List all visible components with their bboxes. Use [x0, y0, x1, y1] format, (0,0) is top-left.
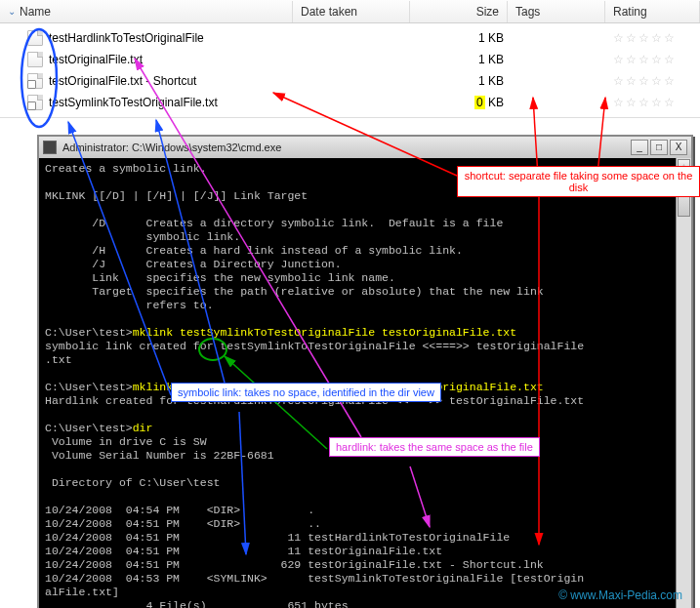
cmd-icon: [43, 141, 57, 154]
sort-chevron-icon: ⌄: [8, 6, 16, 17]
annotation-hardlink: hardlink: takes the same space as the fi…: [329, 437, 540, 457]
watermark: © www.Maxi-Pedia.com: [558, 588, 682, 602]
file-icon: [27, 73, 43, 89]
col-tags[interactable]: Tags: [508, 1, 605, 22]
maximize-button[interactable]: □: [650, 140, 668, 155]
cmd-scrollbar[interactable]: ▲ ▼: [676, 158, 691, 608]
cmd-titlebar[interactable]: Administrator: C:\Windows\system32\cmd.e…: [39, 137, 691, 158]
file-row[interactable]: testOriginalFile.txt - Shortcut1 KB☆☆☆☆☆: [0, 70, 700, 92]
file-size: 1 KB: [418, 31, 515, 45]
annotation-symlink: symbolic link: takes no space, identifie…: [171, 383, 441, 402]
file-icon: [27, 30, 43, 46]
file-icon: [27, 95, 43, 110]
file-name: testHardlinkToTestOriginalFile: [49, 31, 301, 45]
col-size[interactable]: Size: [410, 1, 508, 22]
file-row[interactable]: testSymlinkToTestOriginalFile.txt0 KB☆☆☆…: [0, 92, 700, 113]
file-size: 1 KB: [418, 74, 515, 88]
file-name: testOriginalFile.txt - Shortcut: [49, 74, 301, 88]
file-size: 0 KB: [418, 96, 515, 109]
file-icon: [27, 52, 43, 67]
col-name[interactable]: ⌄Name: [0, 1, 293, 22]
file-name: testSymlinkToTestOriginalFile.txt: [49, 96, 301, 109]
col-date[interactable]: Date taken: [293, 1, 410, 22]
close-button[interactable]: X: [670, 140, 687, 155]
cmd-title-text: Administrator: C:\Windows\system32\cmd.e…: [62, 142, 281, 153]
rating-stars: ☆☆☆☆☆: [613, 74, 677, 88]
col-rating[interactable]: Rating: [605, 1, 700, 22]
file-row[interactable]: testOriginalFile.txt1 KB☆☆☆☆☆: [0, 49, 700, 70]
rating-stars: ☆☆☆☆☆: [613, 96, 677, 109]
file-row[interactable]: testHardlinkToTestOriginalFile1 KB☆☆☆☆☆: [0, 27, 700, 49]
column-headers: ⌄Name Date taken Size Tags Rating: [0, 0, 700, 23]
file-list: testHardlinkToTestOriginalFile1 KB☆☆☆☆☆t…: [0, 23, 700, 117]
file-size: 1 KB: [418, 53, 515, 66]
rating-stars: ☆☆☆☆☆: [613, 53, 677, 66]
minimize-button[interactable]: _: [631, 140, 648, 155]
file-name: testOriginalFile.txt: [49, 53, 301, 66]
cmd-window: Administrator: C:\Windows\system32\cmd.e…: [37, 135, 693, 608]
annotation-shortcut: shortcut: separate file taking some spac…: [457, 166, 700, 197]
file-explorer: ⌄Name Date taken Size Tags Rating testHa…: [0, 0, 700, 118]
rating-stars: ☆☆☆☆☆: [613, 31, 677, 45]
